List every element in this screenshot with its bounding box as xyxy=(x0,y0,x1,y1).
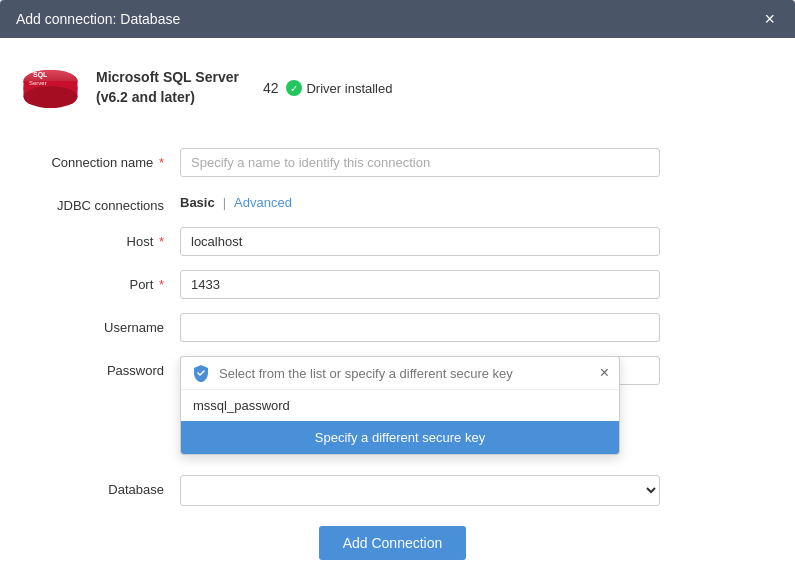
jdbc-label: JDBC connections xyxy=(20,191,180,213)
required-indicator: * xyxy=(159,155,164,170)
port-control xyxy=(180,270,660,299)
port-label: Port * xyxy=(20,270,180,292)
driver-status-label: Driver installed xyxy=(306,81,392,96)
port-required: * xyxy=(159,277,164,292)
driver-text: Microsoft SQL Server (v6.2 and later) xyxy=(96,68,239,107)
svg-text:SQL: SQL xyxy=(33,71,48,79)
connection-name-row: Connection name * xyxy=(20,148,765,177)
tab-basic[interactable]: Basic xyxy=(180,195,215,210)
secure-key-header: × xyxy=(181,357,619,390)
tab-advanced[interactable]: Advanced xyxy=(234,195,292,210)
add-connection-modal: Add connection: Database × xyxy=(0,0,795,574)
username-label: Username xyxy=(20,313,180,335)
host-control xyxy=(180,227,660,256)
secure-key-close-button[interactable]: × xyxy=(600,365,609,381)
secure-key-option-mssql[interactable]: mssql_password xyxy=(181,390,619,421)
svg-text:Server: Server xyxy=(29,80,47,86)
host-label: Host * xyxy=(20,227,180,249)
database-control xyxy=(180,475,660,506)
specify-different-key-button[interactable]: Specify a different secure key xyxy=(181,421,619,454)
port-row: Port * xyxy=(20,270,765,299)
host-required: * xyxy=(159,234,164,249)
modal-title: Add connection: Database xyxy=(16,11,180,27)
secure-key-dropdown: × mssql_password Specify a different sec… xyxy=(180,356,620,455)
connection-name-input[interactable] xyxy=(180,148,660,177)
connection-name-label: Connection name * xyxy=(20,148,180,170)
host-input[interactable] xyxy=(180,227,660,256)
add-connection-button[interactable]: Add Connection xyxy=(319,526,467,560)
driver-name: Microsoft SQL Server (v6.2 and later) xyxy=(96,68,239,107)
modal-header: Add connection: Database × xyxy=(0,0,795,38)
jdbc-row: JDBC connections Basic | Advanced xyxy=(20,191,765,213)
driver-id: 42 xyxy=(263,80,279,96)
database-label: Database xyxy=(20,475,180,497)
action-row: Add Connection xyxy=(20,526,765,560)
password-control: × mssql_password Specify a different sec… xyxy=(180,356,660,385)
driver-status: ✓ Driver installed xyxy=(286,80,392,96)
host-row: Host * xyxy=(20,227,765,256)
database-select[interactable] xyxy=(180,475,660,506)
connection-name-control xyxy=(180,148,660,177)
username-row: Username xyxy=(20,313,765,342)
sqlserver-logo-icon: SQL Server xyxy=(23,61,78,116)
username-control xyxy=(180,313,660,342)
password-row: Password × mssql_p xyxy=(20,356,765,385)
database-row: Database xyxy=(20,475,765,506)
close-button[interactable]: × xyxy=(760,10,779,28)
driver-info: SQL Server Microsoft SQL Server (v6.2 an… xyxy=(20,58,765,128)
check-circle-icon: ✓ xyxy=(286,80,302,96)
svg-point-4 xyxy=(23,86,77,108)
shield-icon xyxy=(191,363,211,383)
jdbc-tabs: Basic | Advanced xyxy=(180,191,660,210)
port-input[interactable] xyxy=(180,270,660,299)
driver-logo: SQL Server xyxy=(20,58,80,118)
username-input[interactable] xyxy=(180,313,660,342)
tab-separator: | xyxy=(223,195,226,210)
secure-key-search-input[interactable] xyxy=(219,366,592,381)
modal-body: SQL Server Microsoft SQL Server (v6.2 an… xyxy=(0,38,795,574)
driver-version: 42 ✓ Driver installed xyxy=(263,80,393,96)
password-label: Password xyxy=(20,356,180,378)
